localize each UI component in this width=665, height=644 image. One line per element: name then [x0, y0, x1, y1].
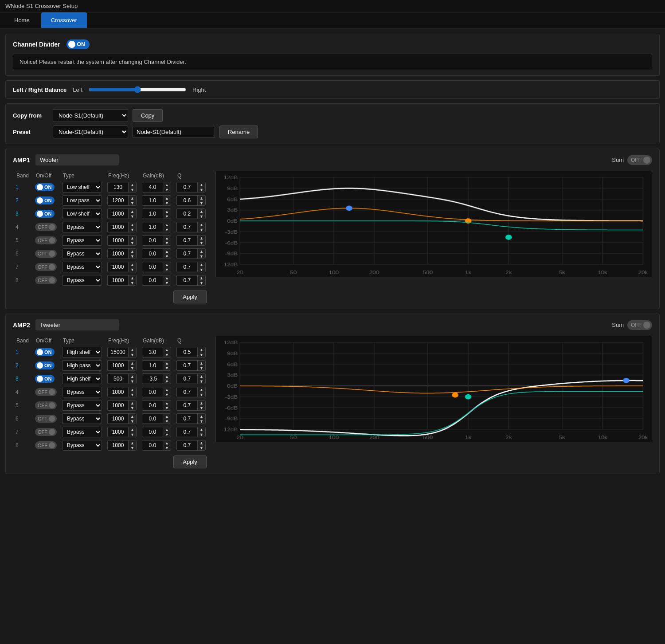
band-gain-down[interactable]: ▼ [163, 214, 171, 219]
band-toggle-on[interactable]: ON [35, 375, 55, 383]
band-freq-up[interactable]: ▲ [129, 222, 136, 227]
band-gain-down[interactable]: ▼ [163, 254, 171, 259]
band-freq-input[interactable] [108, 401, 128, 410]
band-gain-down[interactable]: ▼ [163, 267, 171, 272]
band-freq-down[interactable]: ▼ [129, 432, 136, 437]
band-toggle-on[interactable]: ON [35, 210, 55, 218]
band-q-down[interactable]: ▼ [198, 227, 205, 232]
band-q-down[interactable]: ▼ [198, 365, 205, 370]
rename-button[interactable]: Rename [219, 126, 258, 138]
band-type-select[interactable]: Bypass [62, 440, 102, 451]
band-freq-down[interactable]: ▼ [129, 214, 136, 219]
band-q-down[interactable]: ▼ [198, 392, 205, 397]
band-freq-input[interactable] [108, 361, 128, 370]
band-freq-down[interactable]: ▼ [129, 379, 136, 384]
band-type-select[interactable]: Bypass [62, 262, 102, 272]
band-q-up[interactable]: ▲ [198, 196, 205, 200]
band-gain-down[interactable]: ▼ [163, 392, 171, 397]
band-freq-up[interactable]: ▲ [129, 401, 136, 405]
band-q-down[interactable]: ▼ [198, 432, 205, 437]
band-toggle-off[interactable]: OFF [35, 415, 57, 423]
band-freq-input[interactable] [108, 388, 128, 397]
channel-divider-toggle[interactable]: ON [66, 39, 90, 49]
band-toggle-off[interactable]: OFF [35, 388, 57, 396]
band-toggle-off[interactable]: OFF [35, 276, 57, 284]
band-gain-up[interactable]: ▲ [163, 414, 171, 419]
band-gain-down[interactable]: ▼ [163, 379, 171, 384]
band-toggle-on[interactable]: ON [35, 348, 55, 356]
band-gain-up[interactable]: ▲ [163, 347, 171, 352]
band-freq-down[interactable]: ▼ [129, 200, 136, 205]
band-gain-up[interactable]: ▲ [163, 182, 171, 187]
band-type-select[interactable]: Bypass [62, 413, 102, 424]
band-q-up[interactable]: ▲ [198, 262, 205, 267]
amp1-sum-toggle[interactable]: OFF [627, 155, 652, 165]
band-freq-up[interactable]: ▲ [129, 347, 136, 352]
band-gain-down[interactable]: ▼ [163, 240, 171, 245]
band-q-down[interactable]: ▼ [198, 352, 205, 357]
band-freq-down[interactable]: ▼ [129, 254, 136, 259]
band-gain-input[interactable] [142, 414, 163, 423]
band-type-select[interactable]: Low shelf [62, 182, 102, 192]
band-q-input[interactable] [177, 183, 197, 192]
amp1-name-input[interactable] [35, 154, 119, 165]
amp1-apply-button[interactable]: Apply [173, 291, 207, 303]
band-q-down[interactable]: ▼ [198, 187, 205, 192]
copy-button[interactable]: Copy [133, 109, 163, 122]
band-freq-up[interactable]: ▲ [129, 182, 136, 187]
preset-select[interactable]: Node-S1(Default) [53, 126, 128, 138]
band-q-input[interactable] [177, 223, 197, 232]
band-q-input[interactable] [177, 361, 197, 370]
band-freq-up[interactable]: ▲ [129, 262, 136, 267]
band-freq-down[interactable]: ▼ [129, 352, 136, 357]
band-freq-input[interactable] [108, 196, 128, 205]
band-freq-up[interactable]: ▲ [129, 209, 136, 214]
band-freq-up[interactable]: ▲ [129, 427, 136, 432]
band-gain-down[interactable]: ▼ [163, 405, 171, 410]
amp2-sum-toggle[interactable]: OFF [627, 320, 652, 330]
band-toggle-off[interactable]: OFF [35, 401, 57, 409]
band-type-select[interactable]: High shelf [62, 347, 102, 357]
band-toggle-off[interactable]: OFF [35, 263, 57, 271]
band-q-input[interactable] [177, 196, 197, 205]
band-freq-input[interactable] [108, 348, 128, 357]
band-q-down[interactable]: ▼ [198, 280, 205, 285]
band-q-input[interactable] [177, 276, 197, 285]
band-q-up[interactable]: ▲ [198, 387, 205, 392]
band-q-up[interactable]: ▲ [198, 401, 205, 405]
band-freq-down[interactable]: ▼ [129, 227, 136, 232]
band-gain-down[interactable]: ▼ [163, 365, 171, 370]
band-gain-input[interactable] [142, 196, 163, 205]
band-gain-up[interactable]: ▲ [163, 440, 171, 445]
band-q-down[interactable]: ▼ [198, 240, 205, 245]
amp2-apply-button[interactable]: Apply [173, 456, 207, 468]
band-freq-input[interactable] [108, 428, 128, 436]
band-gain-input[interactable] [142, 276, 163, 285]
band-gain-down[interactable]: ▼ [163, 432, 171, 437]
band-toggle-off[interactable]: OFF [35, 236, 57, 244]
band-q-input[interactable] [177, 388, 197, 397]
band-gain-up[interactable]: ▲ [163, 275, 171, 280]
band-freq-input[interactable] [108, 183, 128, 192]
band-q-input[interactable] [177, 209, 197, 218]
band-freq-up[interactable]: ▲ [129, 275, 136, 280]
band-toggle-on[interactable]: ON [35, 196, 55, 204]
band-q-up[interactable]: ▲ [198, 347, 205, 352]
preset-name-input[interactable] [133, 126, 215, 138]
band-gain-down[interactable]: ▼ [163, 352, 171, 357]
band-gain-input[interactable] [142, 388, 163, 397]
band-freq-input[interactable] [108, 414, 128, 423]
band-gain-up[interactable]: ▲ [163, 401, 171, 405]
band-q-input[interactable] [177, 374, 197, 383]
band-q-down[interactable]: ▼ [198, 419, 205, 424]
band-q-up[interactable]: ▲ [198, 440, 205, 445]
band-q-input[interactable] [177, 263, 197, 271]
band-gain-input[interactable] [142, 223, 163, 232]
band-q-up[interactable]: ▲ [198, 374, 205, 379]
band-gain-up[interactable]: ▲ [163, 262, 171, 267]
band-q-input[interactable] [177, 249, 197, 258]
band-q-up[interactable]: ▲ [198, 427, 205, 432]
band-freq-down[interactable]: ▼ [129, 280, 136, 285]
band-q-down[interactable]: ▼ [198, 445, 205, 450]
band-q-up[interactable]: ▲ [198, 361, 205, 365]
